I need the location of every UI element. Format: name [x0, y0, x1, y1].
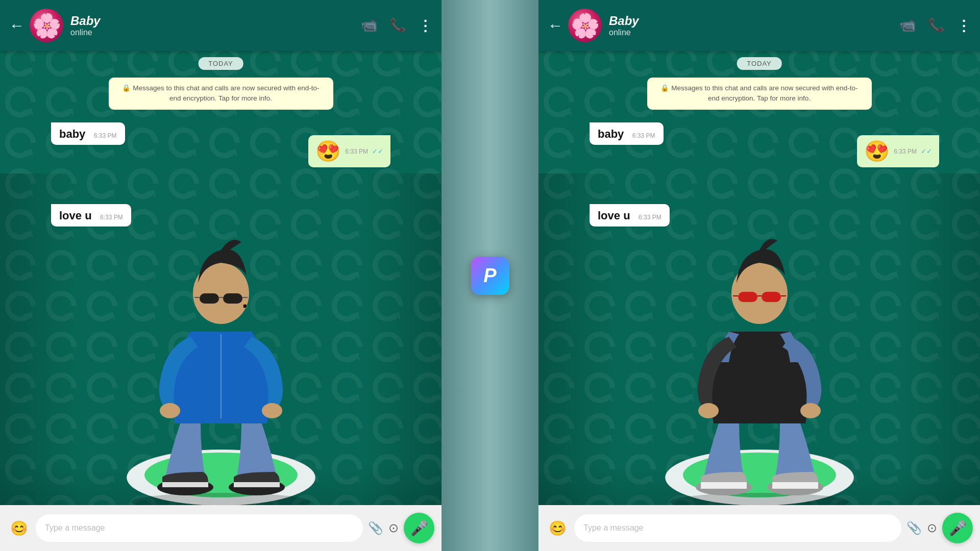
contact-status-left: online — [70, 28, 361, 37]
header-right: ← 🌸 Baby online 📹 📞 ⋮ — [538, 0, 980, 51]
bubble-loveu-left: love u 6:33 PM — [51, 204, 131, 227]
voice-call-icon-left[interactable]: 📞 — [389, 17, 406, 34]
emoji-content-right: 😍 — [864, 139, 890, 163]
bubble-time-emoji-right: 6:33 PM — [894, 148, 917, 155]
svg-rect-12 — [223, 293, 242, 304]
message-input-left[interactable]: Type a message — [36, 514, 363, 542]
person-figure-right — [657, 204, 862, 500]
mic-button-right[interactable]: 🎤 — [942, 513, 973, 543]
mic-button-left[interactable]: 🎤 — [404, 513, 434, 543]
svg-rect-30 — [762, 292, 781, 302]
svg-point-25 — [698, 403, 719, 418]
bubble-text-baby-right: baby — [598, 128, 624, 140]
bubble-time-loveu-left: 6:33 PM — [100, 214, 123, 221]
menu-icon-left[interactable]: ⋮ — [418, 17, 432, 34]
contact-info-left: Baby online — [70, 14, 361, 37]
camera-icon-right[interactable]: ⊙ — [927, 521, 937, 535]
svg-point-7 — [160, 403, 180, 418]
date-badge-left: TODAY — [198, 57, 243, 70]
svg-rect-29 — [738, 292, 757, 302]
header-icons-right: 📹 📞 ⋮ — [899, 17, 971, 34]
svg-point-26 — [800, 403, 821, 418]
bubble-emoji-left: 😍 6:33 PM ✓✓ — [308, 135, 390, 167]
contact-name-left: Baby — [70, 14, 361, 28]
video-call-icon-left[interactable]: 📹 — [361, 17, 377, 34]
bubble-text-baby-left: baby — [59, 128, 85, 140]
svg-point-8 — [262, 403, 282, 418]
person-figure-left — [119, 204, 323, 500]
svg-rect-11 — [200, 293, 219, 304]
video-call-icon-right[interactable]: 📹 — [899, 17, 916, 34]
tick-right: ✓✓ — [921, 147, 932, 155]
bubble-text-loveu-right: love u — [598, 209, 630, 222]
emoji-button-right[interactable]: 😊 — [546, 516, 569, 540]
header-icons-left: 📹 📞 ⋮ — [361, 17, 432, 34]
emoji-content-left: 😍 — [315, 139, 341, 163]
attach-icon-left[interactable]: 📎 — [368, 521, 383, 535]
input-placeholder-left: Type a message — [45, 523, 105, 533]
bubble-time-baby-left: 6:33 PM — [94, 132, 117, 139]
divider: P — [442, 0, 538, 551]
left-chat-panel: ← 🌸 Baby online 📹 📞 ⋮ TODAY 🔒 Messages t… — [0, 0, 442, 551]
bubble-emoji-right: 😍 6:33 PM ✓✓ — [857, 135, 939, 167]
security-notice-left: 🔒 Messages to this chat and calls are no… — [109, 78, 333, 110]
bubble-loveu-right: love u 6:33 PM — [590, 204, 670, 227]
date-badge-right: TODAY — [737, 57, 782, 70]
menu-icon-right[interactable]: ⋮ — [957, 17, 971, 34]
contact-info-right: Baby online — [609, 14, 899, 37]
attach-icon-right[interactable]: 📎 — [906, 521, 922, 535]
bubble-time-loveu-right: 6:33 PM — [639, 214, 662, 221]
avatar-left: 🌸 — [30, 9, 63, 42]
svg-point-16 — [243, 304, 247, 308]
bubble-baby-right: baby 6:33 PM — [590, 122, 664, 145]
bubble-time-emoji-left: 6:33 PM — [345, 148, 368, 155]
input-bar-left: 😊 Type a message 📎 ⊙ 🎤 — [0, 505, 442, 551]
emoji-button-left[interactable]: 😊 — [7, 516, 31, 540]
input-placeholder-right: Type a message — [583, 523, 643, 533]
avatar-right: 🌸 — [568, 9, 602, 42]
camera-icon-left[interactable]: ⊙ — [388, 521, 399, 535]
message-input-right[interactable]: Type a message — [574, 514, 901, 542]
bubble-time-baby-right: 6:33 PM — [632, 132, 655, 139]
header-left: ← 🌸 Baby online 📹 📞 ⋮ — [0, 0, 442, 51]
back-button-right[interactable]: ← — [548, 17, 563, 34]
input-bar-right: 😊 Type a message 📎 ⊙ 🎤 — [538, 505, 980, 551]
right-chat-panel: ← 🌸 Baby online 📹 📞 ⋮ TODAY 🔒 Messages t… — [538, 0, 980, 551]
bubble-text-loveu-left: love u — [59, 209, 92, 222]
contact-status-right: online — [609, 28, 899, 37]
contact-name-right: Baby — [609, 14, 899, 28]
security-notice-right: 🔒 Messages to this chat and calls are no… — [647, 78, 872, 110]
voice-call-icon-right[interactable]: 📞 — [928, 17, 944, 34]
tick-left: ✓✓ — [372, 147, 383, 155]
bubble-baby-left: baby 6:33 PM — [51, 122, 125, 145]
picsart-logo: P — [471, 257, 509, 295]
back-button-left[interactable]: ← — [9, 17, 24, 34]
